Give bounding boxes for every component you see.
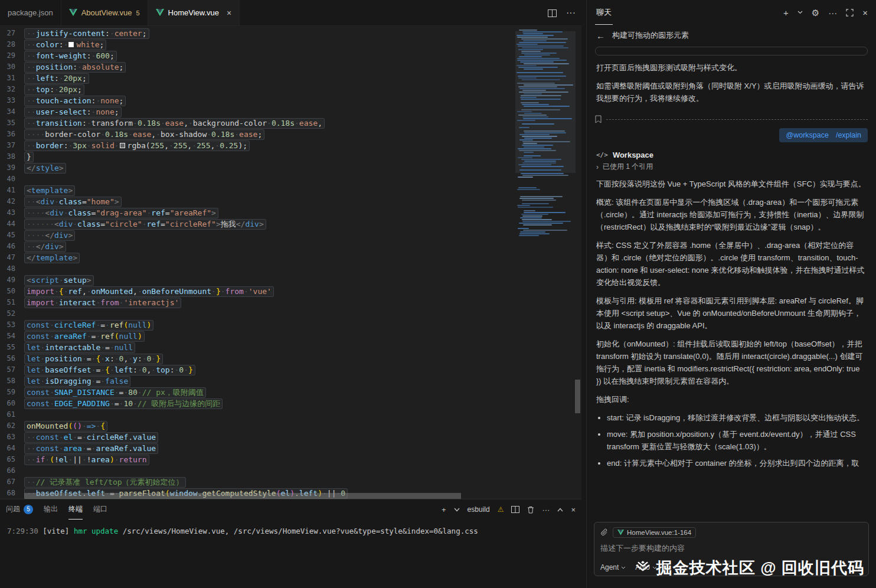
tab-label: HomeView.vue <box>168 8 219 17</box>
code-line[interactable]: 38} <box>0 151 509 162</box>
code-line[interactable]: 65··if·(!el·||·!area)·return <box>0 454 509 465</box>
code-line[interactable]: 51import·interact·from·'interactjs' <box>0 297 509 308</box>
back-arrow-icon[interactable]: ← <box>596 31 605 41</box>
expand-chat-icon[interactable] <box>846 9 854 17</box>
tab-label: package.json <box>8 8 53 17</box>
more-actions-icon[interactable]: ··· <box>566 8 576 18</box>
close-panel-icon[interactable]: × <box>571 505 576 514</box>
used-references-row[interactable]: › 已使用 1 个引用 <box>596 162 867 172</box>
panel-tab-ports[interactable]: 端口 <box>93 499 107 520</box>
scrollbar-thumb[interactable] <box>24 493 461 499</box>
code-line[interactable]: 67··// 记录基准 left/top（元素初始定位） <box>0 476 509 488</box>
code-line[interactable]: 53const·circleRef·=·ref(null) <box>0 319 509 331</box>
code-line[interactable]: 60const·EDGE_PADDING·=·10·// 吸附后与边缘的间距 <box>0 398 509 409</box>
workspace-command-link[interactable]: @workspace <box>786 131 828 139</box>
code-line[interactable]: 36····border-color·0.18s·ease,·box-shado… <box>0 129 509 140</box>
chat-paragraph: 下面按段落说明这份 Vue + TypeScript 风格的单文件组件（SFC）… <box>596 178 867 190</box>
tab-aboutview[interactable]: AboutView.vue 5 <box>61 0 148 25</box>
line-number: 36 <box>0 129 15 140</box>
chat-title[interactable]: 聊天 <box>595 0 613 25</box>
code-line[interactable]: 66 <box>0 465 509 476</box>
code-line[interactable]: 63··const·el·=·circleRef.value <box>0 432 509 443</box>
code-line[interactable]: 54const·areaRef·=·ref(null) <box>0 331 509 342</box>
line-number: 47 <box>0 252 15 263</box>
terminal-output-line: 7:29:30 [vite] hmr update /src/views/Hom… <box>7 527 478 535</box>
settings-gear-icon[interactable]: ⚙ <box>812 8 819 17</box>
code-line[interactable]: 42··<div·class="home"> <box>0 196 509 207</box>
chat-bullet: move: 累加 position.x/position.y（基于 event.… <box>607 428 867 453</box>
code-line[interactable]: 37··border:·3px·solid·rgba(255,·255,·255… <box>0 140 509 151</box>
code-line[interactable]: 62onMounted(()·=>·{ <box>0 420 509 432</box>
code-line[interactable]: 27··justify-content:·center; <box>0 28 509 39</box>
juejin-logo-icon <box>635 561 651 575</box>
panel-tab-output[interactable]: 输出 <box>44 499 58 520</box>
chat-paragraph: 拖拽回调: <box>596 393 867 406</box>
context-chip[interactable]: HomeView.vue:1-164 <box>613 527 696 538</box>
code-line[interactable]: 43····<div·class="drag-area"·ref="areaRe… <box>0 207 509 218</box>
code-line[interactable]: 41<template> <box>0 185 509 196</box>
code-line[interactable]: 31··left:·20px; <box>0 73 509 84</box>
code-line[interactable]: 58let·isDragging·=·false <box>0 375 509 387</box>
code-line[interactable]: 35··transition:·transform·0.18s·ease,·ba… <box>0 117 509 129</box>
line-number: 62 <box>0 420 15 432</box>
code-line[interactable]: 40 <box>0 174 509 185</box>
code-line[interactable]: 32··top:·20px; <box>0 84 509 95</box>
line-number: 37 <box>0 140 15 151</box>
chevron-down-icon[interactable] <box>454 508 460 512</box>
tab-homeview[interactable]: HomeView.vue × <box>148 0 240 25</box>
code-line[interactable]: 29··font-weight:·600; <box>0 50 509 61</box>
chat-input-placeholder[interactable]: 描述下一步要构建的内容 <box>600 543 862 554</box>
chat-header-actions: + ⚙ ··· × <box>783 8 868 17</box>
code-line[interactable]: 44······<div·class="circle"·ref="circleR… <box>0 218 509 230</box>
close-chat-icon[interactable]: × <box>862 8 868 17</box>
vertical-scrollbar[interactable] <box>573 26 581 499</box>
new-terminal-icon[interactable]: + <box>442 505 446 514</box>
line-number: 32 <box>0 84 15 95</box>
bookmark-icon[interactable] <box>595 115 602 123</box>
log-tag: [vite] <box>43 527 74 535</box>
scrollbar-thumb[interactable] <box>575 380 580 413</box>
panel-tab-terminal[interactable]: 终端 <box>68 499 83 520</box>
maximize-panel-icon[interactable] <box>557 508 563 512</box>
terminal-shell-label[interactable]: esbuild <box>468 505 490 514</box>
minimap[interactable] <box>517 28 573 465</box>
code-line[interactable]: 39</style> <box>0 162 509 174</box>
split-editor-icon[interactable] <box>548 9 557 17</box>
code-line[interactable]: 59const·SNAP_DISTANCE·=·80·// px，吸附阈值 <box>0 387 509 398</box>
input-context-row: HomeView.vue:1-164 <box>600 527 862 538</box>
code-line[interactable]: 48 <box>0 263 509 275</box>
kill-terminal-icon[interactable] <box>527 506 534 514</box>
code-editor[interactable]: 27··justify-content:·center;28··color:·w… <box>0 26 581 499</box>
code-line[interactable]: 45····</div> <box>0 230 509 241</box>
explain-command-link[interactable]: /explain <box>836 131 861 139</box>
code-line[interactable]: 28··color:·white; <box>0 39 509 50</box>
chevron-down-icon[interactable] <box>797 11 803 14</box>
code-line[interactable]: 34··user-select:·none; <box>0 106 509 117</box>
panel-tab-label: 端口 <box>93 504 107 514</box>
code-line[interactable]: 50import·{·ref,·onMounted,·onBeforeUnmou… <box>0 286 509 297</box>
panel-tab-problems[interactable]: 问题 5 <box>6 499 33 520</box>
code-line[interactable]: 61 <box>0 409 509 420</box>
code-line[interactable]: 64··const·area·=·areaRef.value <box>0 443 509 454</box>
code-line[interactable]: 49<script·setup> <box>0 275 509 286</box>
code-line[interactable]: 46··</div> <box>0 241 509 252</box>
line-number: 50 <box>0 286 15 297</box>
chat-paragraph: 概览: 该组件在页面居中显示一个拖拽区域（.drag-area）和一个圆形可拖元… <box>596 196 867 233</box>
code-line[interactable]: 33··touch-action:·none; <box>0 95 509 106</box>
response-divider <box>595 115 868 123</box>
code-line[interactable]: 55let·interactable·=·null <box>0 342 509 353</box>
split-terminal-icon[interactable] <box>511 506 519 513</box>
attach-paperclip-icon[interactable] <box>600 528 608 537</box>
code-line[interactable]: 57let·baseOffset·=·{·left:·0,·top:·0·} <box>0 364 509 375</box>
code-line[interactable]: 52 <box>0 308 509 319</box>
code-line[interactable]: 47</template> <box>0 252 509 263</box>
agent-mode-dropdown[interactable]: Agent <box>600 563 626 571</box>
new-chat-icon[interactable]: + <box>783 8 789 17</box>
more-actions-icon[interactable]: ··· <box>542 505 550 514</box>
more-actions-icon[interactable]: ··· <box>828 8 837 17</box>
tab-package-json[interactable]: package.json <box>0 0 61 25</box>
code-line[interactable]: 30··position:·absolute; <box>0 61 509 73</box>
code-line[interactable]: 56let·position·=·{·x:·0,·y:·0·} <box>0 353 509 364</box>
horizontal-scrollbar[interactable] <box>24 493 461 499</box>
close-tab-icon[interactable]: × <box>227 8 231 18</box>
